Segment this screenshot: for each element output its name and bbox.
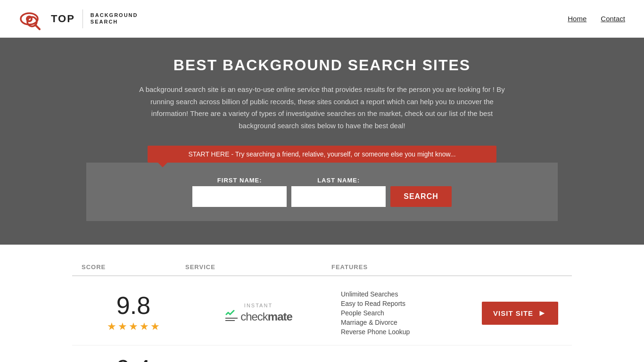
first-name-input[interactable] [192, 186, 287, 207]
main-nav: Home Contact [568, 15, 625, 23]
search-form-area: FIRST NAME: LAST NAME: SEARCH [86, 163, 558, 221]
logo-icon [19, 6, 47, 32]
svg-line-4 [35, 25, 40, 29]
score-col-2: 9.4 ★ ★ ★ ★ ★ [82, 356, 185, 362]
logo: TOP BACKGROUND SEARCH [19, 6, 138, 32]
score-value-1: 9.8 [116, 293, 150, 318]
logo-divider [83, 9, 83, 28]
visit-site-button-1[interactable]: VISIT SITE ► [482, 302, 558, 325]
logo-sub-line1: BACKGROUND [91, 12, 138, 18]
checkmate-icon [224, 310, 239, 324]
score-value-2: 9.4 [116, 356, 150, 362]
nav-home[interactable]: Home [568, 15, 586, 23]
checkmate-logo: INSTANT checkmate [224, 303, 292, 324]
feature-item: Unlimited Searches [341, 290, 468, 298]
features-col-1: Unlimited Searches Easy to Read Reports … [331, 290, 478, 336]
first-name-label: FIRST NAME: [192, 177, 287, 184]
table-row: 9.8 ★ ★ ★ ★ ★ INSTANT checkmate [72, 281, 572, 346]
col-service: SERVICE [185, 263, 331, 271]
col-action [478, 263, 562, 271]
visit-col-1: VISIT SITE ► [478, 302, 562, 325]
hero-title: BEST BACKGROUND SEARCH SITES [9, 57, 635, 74]
search-form: FIRST NAME: LAST NAME: SEARCH [105, 177, 539, 207]
results-table: SCORE SERVICE FEATURES 9.8 ★ ★ ★ ★ ★ INS… [63, 259, 581, 362]
last-name-input[interactable] [291, 186, 386, 207]
feature-item: Reverse Phone Lookup [341, 328, 468, 336]
last-name-label: LAST NAME: [291, 177, 386, 184]
search-banner: START HERE - Try searching a friend, rel… [148, 146, 496, 163]
service-col-1: INSTANT checkmate [185, 303, 331, 324]
arrow-icon: ► [538, 308, 547, 318]
last-name-group: LAST NAME: [291, 177, 386, 207]
site-header: TOP BACKGROUND SEARCH Home Contact [0, 0, 644, 38]
logo-text-top: TOP [51, 14, 75, 24]
feature-item: Marriage & Divorce [341, 319, 468, 326]
logo-sub-line2: SEARCH [91, 19, 138, 25]
col-score: SCORE [82, 263, 185, 271]
first-name-group: FIRST NAME: [192, 177, 287, 207]
feature-item: Easy to Read Reports [341, 300, 468, 307]
hero-section: BEST BACKGROUND SEARCH SITES A backgroun… [0, 38, 644, 245]
col-features: FEATURES [331, 263, 478, 271]
table-row: 9.4 ★ ★ ★ ★ ★ PeopleLooker Accurate and … [72, 346, 572, 362]
nav-contact[interactable]: Contact [601, 15, 625, 23]
feature-item: People Search [341, 309, 468, 317]
stars-1: ★ ★ ★ ★ ★ [107, 321, 160, 333]
hero-description: A background search site is an easy-to-u… [138, 83, 506, 132]
score-col-1: 9.8 ★ ★ ★ ★ ★ [82, 293, 185, 333]
search-button[interactable]: SEARCH [390, 186, 452, 207]
logo-sub: BACKGROUND SEARCH [91, 12, 138, 25]
table-header: SCORE SERVICE FEATURES [72, 259, 572, 276]
